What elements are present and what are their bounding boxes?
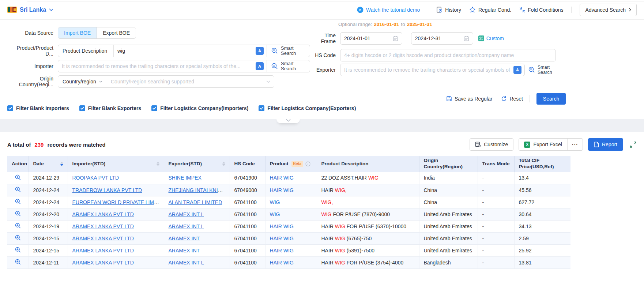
search-button[interactable]: Search (536, 93, 566, 105)
date-to-input[interactable]: 2024-12-31 (411, 32, 473, 45)
importer-link[interactable]: ARAMEX LANKA PVT LTD (72, 260, 134, 266)
exporter-link[interactable]: ARAMEX INT L (169, 223, 204, 229)
view-detail-button[interactable] (15, 174, 21, 180)
translate-icon[interactable]: A (513, 66, 521, 74)
product-smart-search-button[interactable]: Smart Search (267, 45, 310, 57)
product-field-select[interactable]: Product Description (58, 45, 114, 57)
filter-blank-exporters-checkbox[interactable]: Filter Blank Exporters (79, 105, 142, 111)
exporter-link[interactable]: ARAMEX INT L (169, 260, 204, 266)
importer-link[interactable]: ARAMEX LANKA PVT LTD (72, 223, 134, 229)
exporter-link[interactable]: ZHEJIANG INTAI KNITTI... (169, 187, 230, 193)
reset-button[interactable]: Reset (501, 96, 523, 102)
history-icon (436, 7, 442, 13)
cell-product-description: HAIR WIG, (317, 184, 419, 196)
filter-logistics-importers-checkbox[interactable]: Filter Logistics Company(Importers) (151, 105, 248, 111)
product-link[interactable]: HAIR WIG (270, 236, 294, 241)
view-detail-button[interactable] (15, 223, 21, 229)
cell-trans-mode: - (478, 172, 514, 184)
cell-trans-mode: - (478, 184, 514, 196)
info-icon[interactable] (305, 161, 310, 166)
table-row: 2024-12-11 ARAMEX LANKA PVT LTD ARAMEX I… (7, 256, 570, 268)
importer-link[interactable]: ARAMEX LANKA PVT LTD (72, 248, 134, 253)
data-source-toggle: Import BOE Export BOE (58, 27, 136, 39)
view-detail-button[interactable] (15, 259, 21, 265)
regular-cond-button[interactable]: Regular Cond. (469, 7, 511, 13)
beta-badge: Beta (291, 161, 304, 167)
view-detail-button[interactable] (15, 187, 21, 192)
exporter-link[interactable]: ARAMEX INT L (169, 211, 204, 217)
hs-code-input[interactable] (340, 49, 556, 61)
exporter-row: Exporter A Smart Search (309, 64, 566, 76)
filter-blank-importers-checkbox[interactable]: Filter Blank Importers (7, 105, 69, 111)
exporter-search-input[interactable] (340, 64, 513, 76)
origin-input-group: Country/region (58, 75, 274, 88)
report-button[interactable]: Report (588, 138, 623, 151)
importer-link[interactable]: ARAMEX LANKA PVT LTD (72, 211, 134, 217)
view-detail-button[interactable] (15, 247, 21, 253)
origin-country-input[interactable] (107, 76, 266, 87)
results-summary: A total of 239 records were matched (7, 142, 106, 148)
export-excel-button[interactable]: X Export Excel (519, 139, 567, 150)
history-button[interactable]: History (436, 7, 461, 13)
translate-icon[interactable]: A (256, 47, 264, 55)
cell-hs-code: 67041100 (230, 244, 265, 256)
fullscreen-expand-button[interactable] (630, 141, 637, 148)
view-detail-button[interactable] (15, 211, 21, 217)
cell-product-description: HAIR WIG (5391)-7500 (317, 244, 419, 256)
custom-icon (478, 35, 484, 41)
custom-range-link[interactable]: Custom (478, 35, 504, 41)
exporter-label: Exporter (309, 67, 336, 73)
save-as-regular-button[interactable]: Save as Regular (446, 96, 493, 102)
product-link[interactable]: WIG (270, 211, 280, 217)
importer-link[interactable]: EUROPEAN WORLD PRIVATE LIMITED (72, 199, 164, 205)
product-link[interactable]: HAIR WIG (270, 223, 294, 229)
importer-search-input[interactable] (58, 60, 256, 72)
product-link[interactable]: HAIR WIG (270, 260, 294, 266)
advanced-search-button[interactable]: Advanced Search (580, 4, 637, 16)
date-sort-button[interactable] (60, 162, 63, 166)
importer-smart-search-button[interactable]: Smart Search (267, 60, 310, 72)
product-search-input[interactable] (114, 45, 256, 57)
fold-conditions-button[interactable]: Fold Conditions (519, 7, 563, 13)
cell-total-cif: 13.4 (514, 172, 570, 184)
importer-link[interactable]: ARAMEX LANKA PVT LTD (72, 236, 134, 241)
view-detail-button[interactable] (15, 199, 21, 204)
importer-row: Importer A Smart Search (7, 60, 356, 72)
country-name: Sri Lanka (20, 7, 46, 13)
cell-date: 2024-12-15 (29, 232, 68, 244)
exporter-sort-button[interactable] (222, 162, 225, 166)
importer-link[interactable]: TRADEROW LANKA PVT LTD (72, 187, 142, 193)
product-link[interactable]: HAIR WIG (270, 175, 294, 181)
report-icon (594, 142, 599, 147)
exporter-link[interactable]: SHINE IMPEX (169, 175, 202, 181)
play-video-icon (357, 7, 364, 13)
table-row: 2024-12-24 TRADEROW LANKA PVT LTD ZHEJIA… (7, 184, 570, 196)
cell-total-cif: 13.81 (514, 256, 570, 268)
exporter-link[interactable]: ARAMEX INT (169, 248, 200, 253)
importer-sort-button[interactable] (157, 162, 159, 166)
exporter-smart-search-button[interactable]: Smart Search (528, 65, 554, 75)
country-selector[interactable]: Sri Lanka (7, 7, 53, 13)
exporter-link[interactable]: ARAMEX INT (169, 236, 200, 241)
col-importer: Importer(STD) (68, 156, 164, 172)
origin-type-select[interactable]: Country/region (58, 76, 107, 87)
product-link[interactable]: HAIR WIG (270, 248, 294, 253)
importer-link[interactable]: ROOPAKA PVT LTD (72, 175, 119, 181)
cell-product-description: HAIR WIG FOR P/USE (3754)-4000 (317, 256, 419, 268)
import-boe-tab[interactable]: Import BOE (58, 27, 97, 38)
exporter-link[interactable]: ALAN TRADE LIMITED (169, 199, 222, 205)
cell-hs-code: 67049000 (230, 184, 265, 196)
view-detail-button[interactable] (15, 235, 21, 241)
product-link[interactable]: WIG (270, 199, 280, 205)
watch-tutorial-link[interactable]: Watch the tutorial demo (357, 7, 420, 13)
date-from-input[interactable]: 2024-01-01 (340, 32, 402, 45)
translate-icon[interactable]: A (256, 62, 264, 70)
filter-logistics-exporters-checkbox[interactable]: Filter Logistics Company(Exporters) (259, 105, 356, 111)
cell-origin-country: China (419, 196, 478, 208)
export-more-button[interactable]: ··· (567, 139, 583, 150)
export-boe-tab[interactable]: Export BOE (97, 27, 136, 38)
product-link[interactable]: HAIR WIG (270, 187, 294, 193)
collapse-panel-tab[interactable] (276, 114, 300, 123)
product-input-group: Product Description A Smart Search (58, 45, 310, 57)
customize-button[interactable]: Customize (470, 138, 513, 151)
